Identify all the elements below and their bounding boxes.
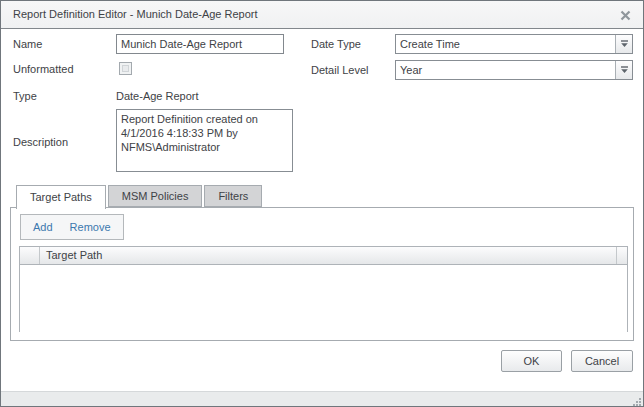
- header-spacer-divider: [616, 247, 617, 264]
- unformatted-label: Unformatted: [13, 59, 74, 79]
- close-icon-glyph: [620, 10, 631, 21]
- date-type-select[interactable]: Create Time: [395, 34, 633, 54]
- date-type-value: Create Time: [396, 35, 615, 53]
- grid-toolbar: Add Remove: [20, 214, 124, 240]
- chevron-down-icon: [620, 40, 629, 48]
- resize-grip-icon: [632, 397, 641, 406]
- add-button[interactable]: Add: [33, 221, 53, 233]
- detail-level-value: Year: [396, 61, 615, 79]
- unformatted-checkbox[interactable]: [119, 62, 132, 75]
- ok-button[interactable]: OK: [501, 350, 562, 372]
- date-type-label: Date Type: [311, 34, 361, 54]
- date-type-dropdown-button[interactable]: [615, 35, 632, 53]
- cancel-button[interactable]: Cancel: [571, 350, 633, 372]
- tab-msm-policies[interactable]: MSM Policies: [108, 185, 203, 207]
- detail-level-label: Detail Level: [311, 60, 368, 80]
- name-input[interactable]: [116, 34, 284, 54]
- checkbox-inner: [122, 65, 129, 72]
- target-path-grid: Target Path: [19, 246, 628, 332]
- detail-level-select[interactable]: Year: [395, 60, 633, 80]
- tab-strip: Target Paths MSM Policies Filters: [16, 185, 264, 209]
- row-selector-column-header: [20, 247, 40, 264]
- type-value: Date-Age Report: [116, 86, 199, 106]
- name-label: Name: [13, 34, 42, 54]
- tab-filters[interactable]: Filters: [204, 185, 262, 207]
- table-body: [20, 265, 627, 332]
- resize-grip[interactable]: [632, 396, 641, 405]
- type-label: Type: [13, 86, 37, 106]
- dialog-titlebar: Report Definition Editor - Munich Date-A…: [1, 1, 643, 29]
- remove-button[interactable]: Remove: [70, 221, 111, 233]
- detail-level-dropdown-button[interactable]: [615, 61, 632, 79]
- description-textarea[interactable]: Report Definition created on 4/1/2016 4:…: [116, 109, 293, 172]
- table-header: Target Path: [20, 247, 627, 265]
- target-path-column-header[interactable]: Target Path: [40, 247, 627, 264]
- status-bar: [1, 391, 643, 406]
- close-icon[interactable]: [618, 8, 632, 22]
- chevron-down-icon: [620, 66, 629, 74]
- dialog-title: Report Definition Editor - Munich Date-A…: [13, 1, 258, 28]
- tab-target-paths[interactable]: Target Paths: [16, 185, 106, 209]
- report-definition-editor-dialog: Report Definition Editor - Munich Date-A…: [0, 0, 644, 407]
- description-label: Description: [13, 132, 68, 152]
